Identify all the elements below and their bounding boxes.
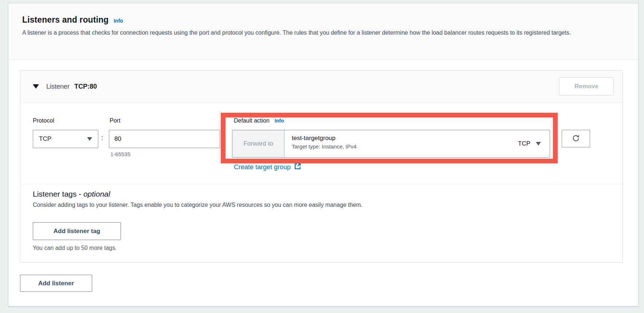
tags-title: Listener tags - — [33, 190, 83, 198]
target-group-protocol: TCP — [518, 140, 530, 147]
chevron-down-icon — [536, 142, 541, 146]
target-group-info: test-targetgroup Target type: Instance, … — [284, 130, 518, 157]
port-label: Port — [110, 117, 120, 124]
target-group-detail: Target type: Instance, IPv4 — [292, 143, 518, 150]
section-header: Listeners and routing Info A listener is… — [8, 3, 638, 60]
target-group-name: test-targetgroup — [292, 135, 518, 142]
default-action-info-link[interactable]: Info — [275, 118, 284, 124]
listener-card: Listener TCP:80 Remove Protocol TCP : Po… — [20, 70, 623, 263]
listeners-and-routing-panel: Listeners and routing Info A listener is… — [8, 3, 639, 306]
tags-description: Consider adding tags to your listener. T… — [33, 202, 610, 208]
chevron-down-icon — [87, 137, 92, 141]
external-link-icon — [294, 163, 301, 172]
section-info-link[interactable]: Info — [114, 18, 123, 24]
port-range-hint: 1-65535 — [110, 151, 130, 157]
port-input[interactable] — [109, 130, 220, 148]
listener-card-header: Listener TCP:80 Remove — [20, 70, 623, 103]
refresh-target-groups-button[interactable] — [562, 130, 590, 147]
section-description: A listener is a process that checks for … — [22, 28, 620, 37]
listener-tags-section: Listener tags - optional Consider adding… — [20, 184, 623, 262]
add-listener-button[interactable]: Add listener — [20, 275, 92, 292]
protocol-port-separator: : — [101, 134, 103, 142]
default-action-label-row: Default action Info — [234, 117, 284, 124]
protocol-select[interactable]: TCP — [33, 130, 98, 148]
protocol-label: Protocol — [33, 117, 54, 124]
tags-title-optional: optional — [83, 190, 110, 198]
listener-value: TCP:80 — [74, 83, 97, 90]
forward-to-target-group-select[interactable]: Forward to test-targetgroup Target type:… — [232, 130, 550, 158]
default-action-label: Default action — [234, 117, 270, 124]
expander-caret-icon[interactable] — [33, 84, 39, 89]
create-target-group-link[interactable]: Create target group — [234, 163, 301, 172]
add-listener-tag-button[interactable]: Add listener tag — [33, 222, 121, 240]
listener-settings-row: Protocol TCP : Port 1-65535 Default acti… — [20, 103, 623, 184]
tags-remaining-hint: You can add up to 50 more tags. — [33, 245, 610, 251]
protocol-select-value: TCP — [39, 135, 51, 143]
refresh-icon — [572, 134, 580, 144]
remove-listener-button[interactable]: Remove — [559, 77, 614, 96]
forward-to-addon-label: Forward to — [232, 130, 284, 157]
listener-label: Listener — [46, 83, 70, 90]
section-title: Listeners and routing — [22, 15, 109, 25]
create-target-group-label: Create target group — [234, 163, 291, 171]
